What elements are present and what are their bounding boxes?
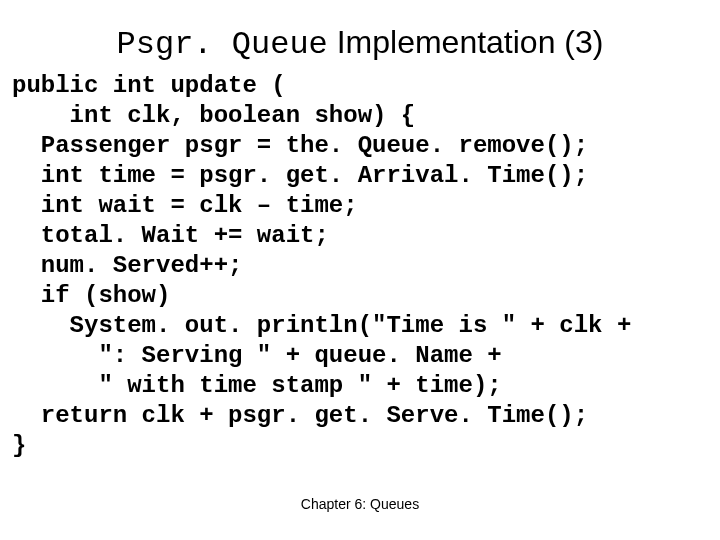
code-line: num. Served++;	[12, 252, 242, 279]
code-block: public int update ( int clk, boolean sho…	[0, 71, 720, 461]
code-line: total. Wait += wait;	[12, 222, 329, 249]
code-line: public int update (	[12, 72, 286, 99]
code-line: ": Serving " + queue. Name +	[12, 342, 502, 369]
code-line: int clk, boolean show) {	[12, 102, 415, 129]
slide-title: Psgr. Queue Implementation (3)	[0, 0, 720, 71]
code-line: " with time stamp " + time);	[12, 372, 502, 399]
code-line: return clk + psgr. get. Serve. Time();	[12, 402, 588, 429]
slide: Psgr. Queue Implementation (3) public in…	[0, 0, 720, 540]
code-line: int wait = clk – time;	[12, 192, 358, 219]
title-mono-part: Psgr. Queue	[117, 26, 328, 63]
code-line: Passenger psgr = the. Queue. remove();	[12, 132, 588, 159]
code-line: if (show)	[12, 282, 170, 309]
slide-footer: Chapter 6: Queues	[0, 496, 720, 512]
code-line: int time = psgr. get. Arrival. Time();	[12, 162, 588, 189]
code-line: System. out. println("Time is " + clk +	[12, 312, 631, 339]
code-line: }	[12, 432, 26, 459]
title-rest: Implementation (3)	[328, 24, 604, 60]
